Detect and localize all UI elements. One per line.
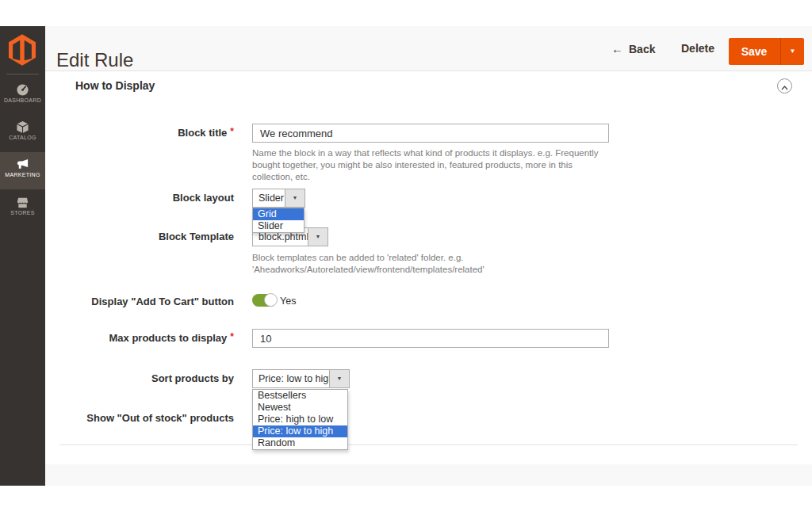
required-asterisk: * (230, 126, 234, 137)
dropdown-option-bestsellers[interactable]: Bestsellers (253, 390, 347, 402)
collapse-section-button[interactable] (777, 78, 792, 93)
block-title-input[interactable] (252, 124, 609, 143)
sidebar-item-label: DASHBOARD (0, 97, 45, 104)
toggle-knob (264, 293, 278, 307)
page-title: Edit Rule (56, 49, 133, 71)
magento-logo[interactable] (9, 34, 36, 66)
block-template-help-text: Block templates can be added to 'related… (252, 252, 514, 276)
section-title: How to Display (75, 79, 155, 92)
save-split-button: Save ▼ (729, 38, 804, 65)
back-arrow-icon: ← (611, 42, 623, 55)
add-to-cart-toggle[interactable] (252, 294, 277, 307)
sort-products-label: Sort products by (45, 372, 234, 384)
marketing-megaphone-icon (16, 158, 29, 171)
sidebar: DASHBOARD CATALOG MARKETING STORES (0, 26, 45, 486)
dropdown-arrow-icon[interactable]: ▼ (285, 189, 304, 207)
back-button[interactable]: ←Back (611, 42, 655, 55)
sort-products-select[interactable]: Price: low to high ▼ (252, 369, 350, 388)
max-products-input[interactable] (252, 329, 609, 348)
dropdown-option-price-low-high[interactable]: Price: low to high (253, 425, 347, 437)
dropdown-option-slider[interactable]: Slider (253, 220, 304, 232)
sort-products-dropdown-list: Bestsellers Newest Price: high to low Pr… (252, 389, 348, 450)
delete-button[interactable]: Delete (681, 42, 714, 55)
form-panel: How to Display Block title* Name the blo… (45, 71, 812, 464)
sidebar-item-marketing[interactable]: MARKETING (0, 152, 45, 189)
out-of-stock-label: Show "Out of stock" products (45, 412, 234, 424)
max-products-label: Max products to display* (45, 332, 234, 344)
block-title-label: Block title* (45, 127, 234, 139)
footer-strip (45, 464, 812, 486)
magento-logo-icon (9, 34, 36, 66)
block-layout-label: Block layout (45, 192, 234, 204)
block-layout-dropdown-list: Grid Slider (252, 208, 304, 233)
sidebar-item-catalog[interactable]: CATALOG (0, 115, 45, 152)
block-template-label: Block Template (45, 231, 234, 242)
sort-products-selected-value: Price: low to high (259, 373, 334, 384)
add-to-cart-label: Display "Add To Cart" button (45, 296, 234, 307)
dropdown-option-random[interactable]: Random (253, 437, 347, 449)
sidebar-item-label: STORES (0, 210, 45, 216)
help-line: Block templates can be added to 'related… (252, 252, 514, 264)
chevron-up-icon (781, 86, 788, 90)
sidebar-item-stores[interactable]: STORES (0, 190, 45, 227)
sidebar-item-label: MARKETING (0, 172, 45, 178)
catalog-icon (16, 120, 29, 134)
required-asterisk: * (230, 331, 234, 342)
page-header: Edit Rule ←Back Delete Save ▼ (45, 26, 812, 71)
dropdown-option-grid[interactable]: Grid (253, 208, 304, 220)
help-line: 'Aheadworks/Autorelated/view/frontend/te… (252, 264, 514, 276)
block-layout-selected-value: Slider (259, 193, 284, 204)
stores-icon (16, 196, 29, 209)
section-bottom-divider (59, 444, 798, 445)
dropdown-option-newest[interactable]: Newest (253, 402, 347, 414)
block-layout-select[interactable]: Slider ▼ (252, 189, 305, 208)
dropdown-arrow-icon[interactable]: ▼ (308, 228, 327, 246)
back-button-label: Back (629, 43, 655, 55)
block-title-help-text: Name the block in a way that reflects wh… (252, 147, 615, 184)
dropdown-arrow-icon[interactable]: ▼ (329, 370, 349, 387)
sidebar-divider (6, 74, 39, 74)
block-template-selected-value: block.phtml (259, 231, 308, 242)
magento-admin-app: DASHBOARD CATALOG MARKETING STORES Edit … (0, 0, 812, 515)
save-dropdown-arrow[interactable]: ▼ (780, 38, 804, 65)
add-to-cart-toggle-value: Yes (280, 296, 296, 307)
save-button[interactable]: Save (729, 38, 779, 65)
dropdown-option-price-high-low[interactable]: Price: high to low (253, 414, 347, 425)
sidebar-item-label: CATALOG (0, 135, 45, 141)
sidebar-item-dashboard[interactable]: DASHBOARD (0, 78, 45, 115)
dashboard-icon (16, 83, 29, 97)
